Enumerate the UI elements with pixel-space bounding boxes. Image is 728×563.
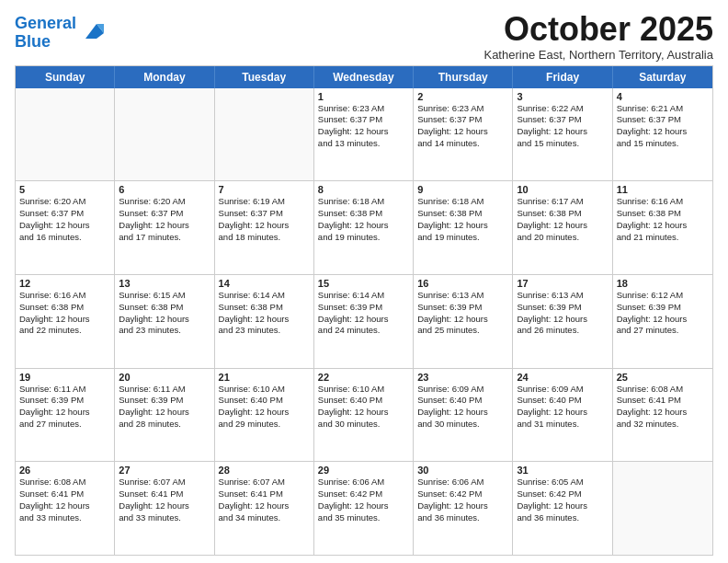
day-info-line: Sunset: 6:38 PM — [219, 302, 310, 314]
calendar-cell: 20Sunrise: 6:11 AMSunset: 6:39 PMDayligh… — [115, 369, 214, 462]
weekday-header-monday: Monday — [115, 66, 214, 88]
day-info-line: Sunrise: 6:16 AM — [19, 290, 110, 302]
calendar-cell: 22Sunrise: 6:10 AMSunset: 6:40 PMDayligh… — [314, 369, 414, 462]
day-info-line: Sunrise: 6:17 AM — [517, 196, 608, 208]
day-info-line: Daylight: 12 hours — [19, 500, 110, 512]
day-number: 14 — [219, 278, 310, 289]
calendar-header: SundayMondayTuesdayWednesdayThursdayFrid… — [16, 66, 712, 88]
day-info-line: and 34 minutes. — [219, 512, 310, 524]
calendar-cell: 1Sunrise: 6:23 AMSunset: 6:37 PMDaylight… — [314, 88, 414, 181]
day-info-line: Sunset: 6:39 PM — [617, 302, 709, 314]
day-number: 8 — [318, 184, 409, 195]
calendar-cell — [613, 462, 712, 555]
day-number: 10 — [517, 184, 608, 195]
day-info-line: Sunrise: 6:06 AM — [318, 477, 409, 488]
day-info-line: Daylight: 12 hours — [617, 314, 709, 326]
day-info-line: Sunset: 6:40 PM — [219, 395, 310, 407]
calendar-cell: 3Sunrise: 6:22 AMSunset: 6:37 PMDaylight… — [513, 88, 612, 181]
day-info-line: Sunset: 6:37 PM — [417, 114, 508, 126]
calendar-cell: 2Sunrise: 6:23 AMSunset: 6:37 PMDaylight… — [414, 88, 513, 181]
day-number: 21 — [219, 372, 310, 383]
day-info-line: and 19 minutes. — [318, 232, 409, 244]
day-info-line: Sunrise: 6:19 AM — [219, 196, 310, 208]
day-info-line: Daylight: 12 hours — [417, 314, 508, 326]
day-info-line: Sunrise: 6:05 AM — [517, 477, 608, 488]
calendar-body: 1Sunrise: 6:23 AMSunset: 6:37 PMDaylight… — [16, 88, 712, 555]
day-info-line: Sunrise: 6:18 AM — [318, 196, 409, 208]
day-info-line: Sunset: 6:42 PM — [417, 488, 508, 500]
logo: General Blue — [15, 15, 104, 52]
calendar-cell: 19Sunrise: 6:11 AMSunset: 6:39 PMDayligh… — [16, 369, 115, 462]
location-subtitle: Katherine East, Northern Territory, Aust… — [483, 48, 713, 62]
day-info-line: and 22 minutes. — [19, 325, 110, 337]
calendar-row-4: 19Sunrise: 6:11 AMSunset: 6:39 PMDayligh… — [16, 368, 712, 462]
calendar-cell: 7Sunrise: 6:19 AMSunset: 6:37 PMDaylight… — [215, 181, 314, 274]
weekday-header-saturday: Saturday — [613, 66, 712, 88]
calendar-cell: 17Sunrise: 6:13 AMSunset: 6:39 PMDayligh… — [513, 275, 612, 368]
day-info-line: Daylight: 12 hours — [517, 407, 608, 419]
day-info-line: Sunrise: 6:21 AM — [617, 103, 709, 115]
calendar-cell: 5Sunrise: 6:20 AMSunset: 6:37 PMDaylight… — [16, 181, 115, 274]
day-number: 29 — [318, 465, 409, 476]
day-info-line: Sunrise: 6:06 AM — [417, 477, 508, 488]
day-info-line: and 29 minutes. — [219, 419, 310, 431]
day-number: 27 — [119, 465, 210, 476]
logo-general: General — [15, 14, 76, 32]
day-info-line: Daylight: 12 hours — [219, 500, 310, 512]
day-info-line: Sunset: 6:37 PM — [119, 208, 210, 220]
day-info-line: Sunrise: 6:07 AM — [219, 477, 310, 488]
day-info-line: Sunrise: 6:12 AM — [617, 290, 709, 302]
logo-text: General — [15, 15, 76, 33]
day-info-line: Sunset: 6:38 PM — [417, 208, 508, 220]
day-number: 7 — [219, 184, 310, 195]
day-info-line: Sunset: 6:41 PM — [19, 488, 110, 500]
day-info-line: Sunrise: 6:14 AM — [318, 290, 409, 302]
calendar-cell: 9Sunrise: 6:18 AMSunset: 6:38 PMDaylight… — [414, 181, 513, 274]
day-info-line: Daylight: 12 hours — [119, 314, 210, 326]
day-info-line: Sunrise: 6:13 AM — [417, 290, 508, 302]
day-info-line: Sunrise: 6:11 AM — [119, 384, 210, 396]
day-number: 1 — [318, 91, 409, 102]
calendar-cell: 26Sunrise: 6:08 AMSunset: 6:41 PMDayligh… — [16, 462, 115, 555]
day-info-line: and 23 minutes. — [219, 325, 310, 337]
day-info-line: Sunset: 6:39 PM — [517, 302, 608, 314]
day-info-line: Daylight: 12 hours — [19, 407, 110, 419]
day-number: 19 — [19, 372, 110, 383]
day-info-line: Sunset: 6:41 PM — [119, 488, 210, 500]
day-info-line: and 30 minutes. — [417, 419, 508, 431]
day-info-line: and 25 minutes. — [417, 325, 508, 337]
day-info-line: Daylight: 12 hours — [417, 220, 508, 232]
day-number: 17 — [517, 278, 608, 289]
day-number: 11 — [617, 184, 709, 195]
calendar-cell: 25Sunrise: 6:08 AMSunset: 6:41 PMDayligh… — [613, 369, 712, 462]
day-number: 13 — [119, 278, 210, 289]
day-number: 2 — [417, 91, 508, 102]
calendar-cell: 24Sunrise: 6:09 AMSunset: 6:40 PMDayligh… — [513, 369, 612, 462]
day-info-line: Sunset: 6:38 PM — [19, 302, 110, 314]
day-info-line: and 13 minutes. — [318, 138, 409, 150]
day-number: 16 — [417, 278, 508, 289]
calendar-row-1: 1Sunrise: 6:23 AMSunset: 6:37 PMDaylight… — [16, 88, 712, 181]
day-info-line: Sunrise: 6:20 AM — [19, 196, 110, 208]
day-info-line: and 36 minutes. — [517, 512, 608, 524]
day-info-line: Sunrise: 6:07 AM — [119, 477, 210, 488]
day-info-line: Sunset: 6:40 PM — [417, 395, 508, 407]
day-info-line: Daylight: 12 hours — [417, 126, 508, 138]
calendar-cell: 12Sunrise: 6:16 AMSunset: 6:38 PMDayligh… — [16, 275, 115, 368]
day-info-line: Daylight: 12 hours — [517, 126, 608, 138]
day-number: 26 — [19, 465, 110, 476]
day-info-line: and 24 minutes. — [318, 325, 409, 337]
day-info-line: Sunset: 6:40 PM — [517, 395, 608, 407]
title-block: October 2025 Katherine East, Northern Te… — [483, 11, 713, 62]
calendar-cell: 28Sunrise: 6:07 AMSunset: 6:41 PMDayligh… — [215, 462, 314, 555]
day-info-line: and 27 minutes. — [617, 325, 709, 337]
day-info-line: Sunrise: 6:18 AM — [417, 196, 508, 208]
page: General Blue October 2025 Katherine East… — [0, 0, 728, 563]
day-info-line: Sunset: 6:38 PM — [617, 208, 709, 220]
calendar-cell: 16Sunrise: 6:13 AMSunset: 6:39 PMDayligh… — [414, 275, 513, 368]
day-info-line: Sunrise: 6:11 AM — [19, 384, 110, 396]
day-info-line: Sunset: 6:42 PM — [517, 488, 608, 500]
day-info-line: Sunset: 6:38 PM — [119, 302, 210, 314]
day-info-line: Daylight: 12 hours — [417, 500, 508, 512]
calendar-cell — [215, 88, 314, 181]
